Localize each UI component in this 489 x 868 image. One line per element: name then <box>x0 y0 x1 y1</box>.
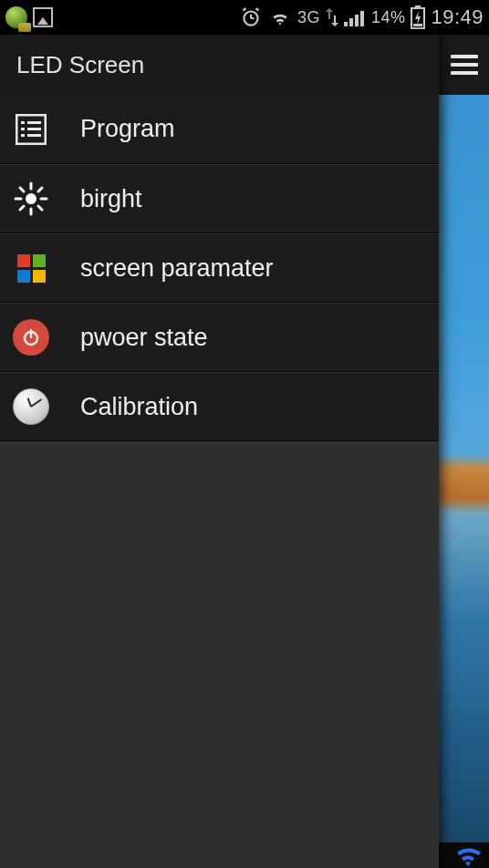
battery-charging-icon <box>411 5 425 29</box>
menu-item-calibration[interactable]: Calibration <box>0 372 439 441</box>
alarm-icon <box>239 5 263 29</box>
menu-item-screen-parameter[interactable]: screen paramater <box>0 233 439 303</box>
network-type-label: 3G <box>297 8 320 27</box>
data-arrows-icon <box>326 8 338 26</box>
drawer-menu: Program birght screen paramater <box>0 95 439 441</box>
device-screen: 3G 14% 19:49 <box>0 0 489 868</box>
battery-pct-label: 14% <box>371 8 406 27</box>
clock-icon <box>11 387 51 427</box>
menu-item-power-state[interactable]: pwoer state <box>0 303 439 372</box>
svg-line-25 <box>38 206 42 210</box>
power-icon <box>11 317 51 357</box>
navigation-drawer: LED Screen Program birght <box>0 35 439 868</box>
program-icon <box>11 109 51 150</box>
svg-point-19 <box>26 193 36 204</box>
svg-rect-13 <box>21 121 25 124</box>
wifi-status-icon <box>451 844 485 866</box>
status-bar: 3G 14% 19:49 <box>0 0 489 35</box>
svg-line-26 <box>38 188 42 191</box>
svg-line-24 <box>20 188 24 191</box>
menu-item-bright[interactable]: birght <box>0 164 439 233</box>
menu-item-label: birght <box>80 185 142 213</box>
menu-item-program[interactable]: Program <box>0 95 439 164</box>
wifi-icon <box>268 5 292 29</box>
menu-item-label: Program <box>80 115 175 143</box>
svg-rect-16 <box>27 128 41 130</box>
svg-rect-15 <box>21 128 25 130</box>
hamburger-icon[interactable] <box>451 55 478 75</box>
svg-rect-11 <box>413 24 422 26</box>
status-right: 3G 14% 19:49 <box>239 5 484 29</box>
wallpaper-image <box>439 95 489 842</box>
svg-line-27 <box>20 206 24 210</box>
menu-item-label: pwoer state <box>80 324 208 352</box>
signal-icon <box>344 8 366 26</box>
svg-line-3 <box>243 8 245 10</box>
tiles-icon <box>11 248 51 288</box>
svg-rect-17 <box>21 134 25 137</box>
svg-rect-8 <box>360 11 364 26</box>
gallery-icon <box>33 7 53 27</box>
app-area: LED Screen Program birght <box>0 35 489 868</box>
notification-app-icon <box>5 6 27 28</box>
drawer-title: LED Screen <box>0 35 439 95</box>
status-left <box>5 6 53 28</box>
app-header <box>439 35 489 95</box>
svg-rect-18 <box>27 134 41 137</box>
menu-item-label: screen paramater <box>80 254 274 283</box>
bottom-bar <box>439 842 489 868</box>
svg-rect-5 <box>344 22 348 26</box>
brightness-icon <box>11 179 51 219</box>
clock-label: 19:49 <box>431 5 484 29</box>
svg-line-4 <box>255 8 258 10</box>
svg-rect-14 <box>27 121 41 124</box>
svg-rect-7 <box>355 15 359 26</box>
svg-rect-6 <box>349 18 353 26</box>
main-content-peek[interactable] <box>439 35 489 868</box>
menu-item-label: Calibration <box>80 393 198 421</box>
